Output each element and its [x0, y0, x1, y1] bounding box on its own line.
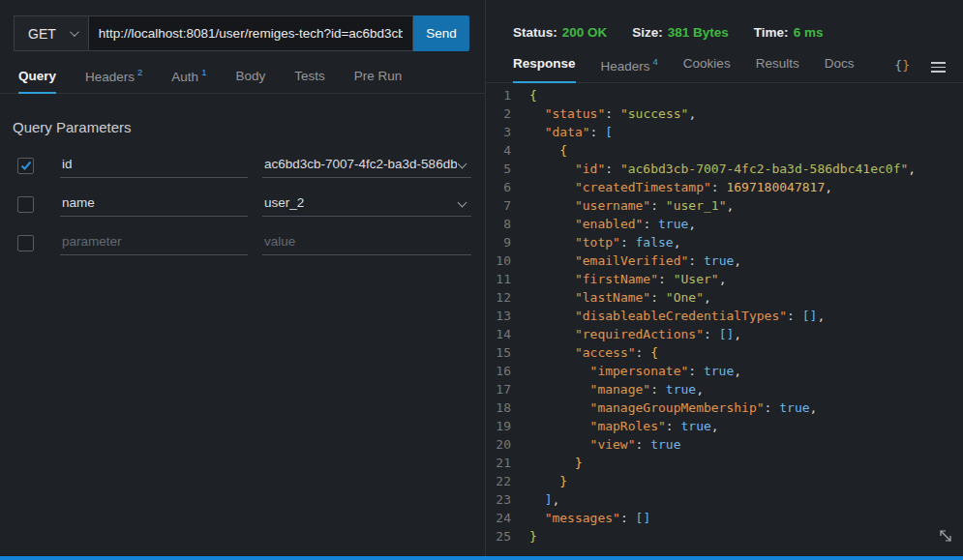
tab-label: Docs [825, 56, 855, 71]
code-content: "manage": true, [529, 380, 704, 398]
line-number: 2 [486, 104, 529, 123]
line-number: 24 [486, 509, 529, 527]
code-line: 14"requiredActions": [], [486, 325, 963, 343]
code-line: 8"enabled": true, [486, 215, 963, 233]
code-content: "disableableCredentialTypes": [], [529, 307, 825, 325]
tab-cookies[interactable]: Cookies [683, 48, 731, 83]
code-line: 16"impersonate": true, [486, 362, 963, 380]
tab-pre-run[interactable]: Pre Run [354, 61, 403, 93]
tab-label: Body [235, 69, 265, 83]
code-content: } [529, 472, 567, 490]
tab-auth[interactable]: Auth1 [171, 59, 206, 94]
api-client-window: GET Send QueryHeaders2Auth1BodyTestsPre … [0, 0, 963, 556]
line-number: 13 [486, 307, 529, 325]
code-content: "createdTimestamp": 1697180047817, [529, 178, 832, 196]
response-pane: Status:200 OK Size:381 Bytes Time:6 ms R… [486, 0, 963, 556]
param-checkbox[interactable] [17, 235, 34, 251]
code-line: 23], [486, 490, 963, 509]
response-tabs: ResponseHeaders4CookiesResultsDocs [513, 48, 879, 83]
chevron-down-icon [70, 27, 79, 37]
tab-label: Tests [294, 69, 325, 83]
line-number: 18 [486, 398, 529, 417]
param-value-field[interactable] [262, 192, 471, 217]
param-name-input[interactable] [60, 231, 248, 255]
status-label: Status: [513, 25, 557, 40]
tab-count-badge: 4 [653, 56, 658, 67]
param-checkbox-checked[interactable] [17, 158, 34, 174]
line-number: 17 [486, 380, 529, 398]
time-value: 6 ms [794, 25, 824, 40]
code-content: { [529, 141, 567, 160]
tab-count-badge: 2 [137, 67, 142, 77]
line-number: 15 [486, 343, 529, 362]
code-content: "mapRoles": true, [529, 417, 719, 435]
param-name-input[interactable] [60, 154, 248, 178]
line-number: 16 [486, 362, 529, 380]
param-value-field[interactable] [262, 154, 471, 178]
status-item: Status:200 OK [513, 25, 607, 50]
hamburger-icon [931, 62, 946, 73]
code-line: 6"createdTimestamp": 1697180047817, [486, 178, 963, 196]
tab-label: Query [18, 69, 56, 83]
line-number: 12 [486, 288, 529, 307]
param-value-field[interactable] [262, 231, 471, 255]
code-content: "firstName": "User", [529, 270, 726, 288]
send-button[interactable]: Send [413, 15, 469, 51]
line-number: 7 [486, 196, 529, 215]
code-content: "totp": false, [529, 233, 681, 251]
code-content: { [529, 86, 537, 104]
chevron-down-icon[interactable] [458, 198, 467, 208]
line-number: 25 [486, 527, 529, 545]
response-body-viewer[interactable]: 1{2"status": "success",3"data": [4{5"id"… [486, 83, 963, 556]
line-number: 9 [486, 233, 529, 251]
tab-label: Response [513, 56, 576, 71]
code-line: 17"manage": true, [486, 380, 963, 398]
tab-results[interactable]: Results [756, 48, 799, 83]
code-line: 24"messages": [] [486, 509, 963, 527]
param-checkbox[interactable] [17, 196, 34, 213]
url-bar: GET Send [14, 15, 469, 51]
tab-headers[interactable]: Headers4 [601, 48, 658, 83]
menu-icon[interactable] [916, 54, 951, 82]
param-value-input[interactable] [262, 231, 471, 254]
tab-response[interactable]: Response [513, 48, 576, 83]
tab-tests[interactable]: Tests [294, 61, 325, 93]
code-line: 7"username": "user_1", [486, 196, 963, 215]
code-line: 11"firstName": "User", [486, 270, 963, 288]
code-line: 12"lastName": "One", [486, 288, 963, 307]
response-meta: Status:200 OK Size:381 Bytes Time:6 ms [486, 0, 963, 50]
code-content: "requiredActions": [], [529, 325, 741, 343]
query-parameters-heading: Query Parameters [13, 119, 485, 135]
code-content: "data": [ [529, 123, 613, 141]
chevron-down-icon[interactable] [458, 160, 467, 169]
code-line: 20"view": true [486, 435, 963, 454]
tab-label: Auth [171, 69, 198, 83]
tab-headers[interactable]: Headers2 [85, 59, 142, 94]
line-number: 5 [486, 160, 529, 178]
code-line: 25} [486, 527, 963, 545]
http-method-select[interactable]: GET [14, 15, 89, 51]
param-value-input[interactable] [262, 192, 459, 216]
line-number: 10 [486, 251, 529, 270]
time-item: Time:6 ms [754, 25, 824, 50]
url-input[interactable] [89, 15, 413, 51]
tab-body[interactable]: Body [235, 61, 265, 93]
request-pane: GET Send QueryHeaders2Auth1BodyTestsPre … [0, 0, 486, 556]
line-number: 8 [486, 215, 529, 233]
code-line: 18"manageGroupMembership": true, [486, 398, 963, 417]
line-number: 22 [486, 472, 529, 490]
tab-docs[interactable]: Docs [825, 48, 855, 83]
line-number: 1 [486, 86, 529, 104]
code-line: 13"disableableCredentialTypes": [], [486, 307, 963, 325]
param-value-input[interactable] [262, 154, 459, 177]
code-line: 19"mapRoles": true, [486, 417, 963, 435]
bottom-accent-bar [0, 556, 963, 560]
param-row [17, 153, 485, 178]
code-line: 5"id": "ac6bd3cb-7007-4fc2-ba3d-586dbc41… [486, 160, 963, 178]
code-content: "manageGroupMembership": true, [529, 398, 817, 417]
resize-icon[interactable] [936, 526, 955, 550]
tab-query[interactable]: Query [18, 61, 56, 93]
tab-label: Headers [85, 69, 135, 83]
param-name-input[interactable] [60, 192, 248, 217]
format-code-icon[interactable]: {} [888, 50, 916, 82]
